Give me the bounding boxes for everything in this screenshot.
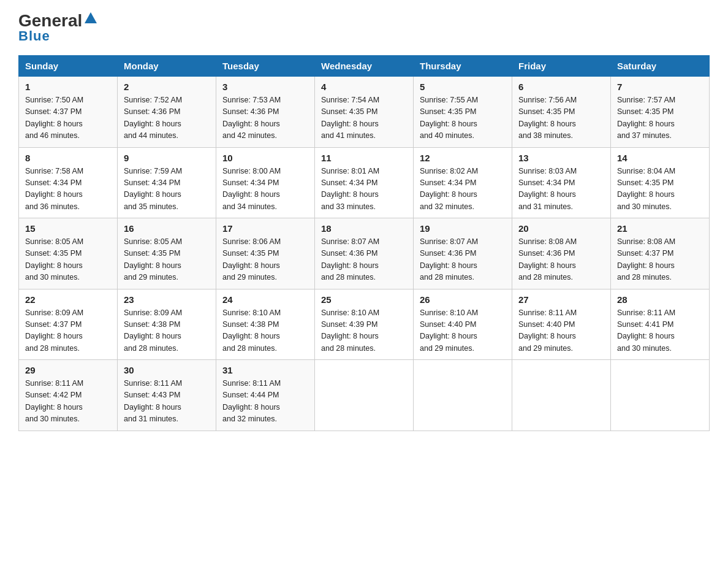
day-number: 19 bbox=[420, 223, 506, 234]
calendar-cell: 12 Sunrise: 8:02 AM Sunset: 4:34 PM Dayl… bbox=[414, 147, 512, 218]
day-info: Sunrise: 7:59 AM Sunset: 4:34 PM Dayligh… bbox=[124, 166, 210, 213]
header-monday: Monday bbox=[118, 56, 216, 77]
calendar-cell: 24 Sunrise: 8:10 AM Sunset: 4:38 PM Dayl… bbox=[216, 289, 315, 360]
calendar-cell: 27 Sunrise: 8:11 AM Sunset: 4:40 PM Dayl… bbox=[512, 289, 611, 360]
calendar-cell: 31 Sunrise: 8:11 AM Sunset: 4:44 PM Dayl… bbox=[216, 360, 315, 431]
calendar-week-row: 8 Sunrise: 7:58 AM Sunset: 4:34 PM Dayli… bbox=[19, 147, 710, 218]
day-number: 13 bbox=[518, 153, 604, 163]
logo: General Blue bbox=[18, 12, 98, 44]
day-info: Sunrise: 7:58 AM Sunset: 4:34 PM Dayligh… bbox=[25, 166, 111, 213]
calendar-cell bbox=[512, 360, 611, 431]
calendar-cell: 10 Sunrise: 8:00 AM Sunset: 4:34 PM Dayl… bbox=[216, 147, 315, 218]
day-number: 9 bbox=[124, 153, 210, 163]
day-number: 28 bbox=[617, 294, 703, 305]
day-info: Sunrise: 8:08 AM Sunset: 4:36 PM Dayligh… bbox=[518, 236, 604, 284]
header-sunday: Sunday bbox=[19, 56, 118, 77]
svg-marker-0 bbox=[85, 12, 97, 23]
calendar-cell: 28 Sunrise: 8:11 AM Sunset: 4:41 PM Dayl… bbox=[611, 289, 710, 360]
day-number: 4 bbox=[321, 82, 407, 92]
day-info: Sunrise: 8:11 AM Sunset: 4:42 PM Dayligh… bbox=[25, 378, 111, 426]
calendar-cell: 17 Sunrise: 8:06 AM Sunset: 4:35 PM Dayl… bbox=[216, 218, 315, 289]
day-info: Sunrise: 7:57 AM Sunset: 4:35 PM Dayligh… bbox=[617, 94, 703, 142]
logo-triangle-icon bbox=[83, 11, 98, 26]
calendar-header-row: SundayMondayTuesdayWednesdayThursdayFrid… bbox=[19, 56, 710, 77]
calendar-cell: 6 Sunrise: 7:56 AM Sunset: 4:35 PM Dayli… bbox=[512, 77, 611, 148]
day-number: 30 bbox=[124, 365, 210, 375]
header-saturday: Saturday bbox=[611, 56, 710, 77]
day-number: 18 bbox=[321, 223, 407, 234]
calendar-cell: 9 Sunrise: 7:59 AM Sunset: 4:34 PM Dayli… bbox=[118, 147, 216, 218]
day-number: 17 bbox=[222, 223, 308, 234]
day-info: Sunrise: 8:04 AM Sunset: 4:35 PM Dayligh… bbox=[617, 166, 703, 213]
day-number: 12 bbox=[420, 153, 506, 163]
calendar-cell: 30 Sunrise: 8:11 AM Sunset: 4:43 PM Dayl… bbox=[118, 360, 216, 431]
day-info: Sunrise: 8:11 AM Sunset: 4:40 PM Dayligh… bbox=[518, 307, 604, 355]
day-info: Sunrise: 8:11 AM Sunset: 4:41 PM Dayligh… bbox=[617, 307, 703, 355]
calendar-cell: 29 Sunrise: 8:11 AM Sunset: 4:42 PM Dayl… bbox=[19, 360, 118, 431]
calendar-cell: 3 Sunrise: 7:53 AM Sunset: 4:36 PM Dayli… bbox=[216, 77, 315, 148]
day-info: Sunrise: 7:56 AM Sunset: 4:35 PM Dayligh… bbox=[518, 94, 604, 142]
day-info: Sunrise: 8:09 AM Sunset: 4:37 PM Dayligh… bbox=[25, 307, 111, 355]
header-thursday: Thursday bbox=[414, 56, 512, 77]
day-number: 10 bbox=[222, 153, 308, 163]
calendar-cell bbox=[611, 360, 710, 431]
calendar-cell: 15 Sunrise: 8:05 AM Sunset: 4:35 PM Dayl… bbox=[19, 218, 118, 289]
calendar-cell: 25 Sunrise: 8:10 AM Sunset: 4:39 PM Dayl… bbox=[315, 289, 414, 360]
day-info: Sunrise: 8:10 AM Sunset: 4:39 PM Dayligh… bbox=[321, 307, 407, 355]
day-info: Sunrise: 8:06 AM Sunset: 4:35 PM Dayligh… bbox=[222, 236, 308, 284]
calendar-cell bbox=[414, 360, 512, 431]
day-info: Sunrise: 8:07 AM Sunset: 4:36 PM Dayligh… bbox=[321, 236, 407, 284]
day-number: 20 bbox=[518, 223, 604, 234]
day-number: 15 bbox=[25, 223, 111, 234]
calendar-cell: 8 Sunrise: 7:58 AM Sunset: 4:34 PM Dayli… bbox=[19, 147, 118, 218]
day-info: Sunrise: 8:08 AM Sunset: 4:37 PM Dayligh… bbox=[617, 236, 703, 284]
calendar-cell: 5 Sunrise: 7:55 AM Sunset: 4:35 PM Dayli… bbox=[414, 77, 512, 148]
day-info: Sunrise: 8:02 AM Sunset: 4:34 PM Dayligh… bbox=[420, 166, 506, 213]
header-wednesday: Wednesday bbox=[315, 56, 414, 77]
day-info: Sunrise: 8:10 AM Sunset: 4:38 PM Dayligh… bbox=[222, 307, 308, 355]
day-number: 16 bbox=[124, 223, 210, 234]
day-info: Sunrise: 8:00 AM Sunset: 4:34 PM Dayligh… bbox=[222, 166, 308, 213]
logo-blue: Blue bbox=[18, 28, 50, 44]
day-number: 11 bbox=[321, 153, 407, 163]
day-info: Sunrise: 8:01 AM Sunset: 4:34 PM Dayligh… bbox=[321, 166, 407, 213]
calendar-cell: 26 Sunrise: 8:10 AM Sunset: 4:40 PM Dayl… bbox=[414, 289, 512, 360]
day-number: 31 bbox=[222, 365, 308, 375]
calendar-cell: 16 Sunrise: 8:05 AM Sunset: 4:35 PM Dayl… bbox=[118, 218, 216, 289]
calendar-cell: 19 Sunrise: 8:07 AM Sunset: 4:36 PM Dayl… bbox=[414, 218, 512, 289]
header-friday: Friday bbox=[512, 56, 611, 77]
calendar-cell: 1 Sunrise: 7:50 AM Sunset: 4:37 PM Dayli… bbox=[19, 77, 118, 148]
calendar-cell: 20 Sunrise: 8:08 AM Sunset: 4:36 PM Dayl… bbox=[512, 218, 611, 289]
day-number: 1 bbox=[25, 82, 111, 92]
day-number: 2 bbox=[124, 82, 210, 92]
day-info: Sunrise: 7:54 AM Sunset: 4:35 PM Dayligh… bbox=[321, 94, 407, 142]
day-info: Sunrise: 8:07 AM Sunset: 4:36 PM Dayligh… bbox=[420, 236, 506, 284]
day-number: 24 bbox=[222, 294, 308, 305]
calendar-cell: 2 Sunrise: 7:52 AM Sunset: 4:36 PM Dayli… bbox=[118, 77, 216, 148]
day-number: 25 bbox=[321, 294, 407, 305]
calendar-cell: 4 Sunrise: 7:54 AM Sunset: 4:35 PM Dayli… bbox=[315, 77, 414, 148]
calendar-cell: 23 Sunrise: 8:09 AM Sunset: 4:38 PM Dayl… bbox=[118, 289, 216, 360]
calendar-week-row: 15 Sunrise: 8:05 AM Sunset: 4:35 PM Dayl… bbox=[19, 218, 710, 289]
day-number: 29 bbox=[25, 365, 111, 375]
page-header: General Blue bbox=[18, 12, 710, 44]
day-number: 14 bbox=[617, 153, 703, 163]
day-info: Sunrise: 8:09 AM Sunset: 4:38 PM Dayligh… bbox=[124, 307, 210, 355]
day-info: Sunrise: 8:05 AM Sunset: 4:35 PM Dayligh… bbox=[124, 236, 210, 284]
day-info: Sunrise: 7:55 AM Sunset: 4:35 PM Dayligh… bbox=[420, 94, 506, 142]
day-number: 27 bbox=[518, 294, 604, 305]
day-number: 22 bbox=[25, 294, 111, 305]
calendar-week-row: 1 Sunrise: 7:50 AM Sunset: 4:37 PM Dayli… bbox=[19, 77, 710, 148]
day-info: Sunrise: 7:50 AM Sunset: 4:37 PM Dayligh… bbox=[25, 94, 111, 142]
calendar-cell: 14 Sunrise: 8:04 AM Sunset: 4:35 PM Dayl… bbox=[611, 147, 710, 218]
day-info: Sunrise: 7:52 AM Sunset: 4:36 PM Dayligh… bbox=[124, 94, 210, 142]
day-number: 8 bbox=[25, 153, 111, 163]
day-number: 5 bbox=[420, 82, 506, 92]
calendar-cell: 22 Sunrise: 8:09 AM Sunset: 4:37 PM Dayl… bbox=[19, 289, 118, 360]
day-info: Sunrise: 7:53 AM Sunset: 4:36 PM Dayligh… bbox=[222, 94, 308, 142]
day-number: 21 bbox=[617, 223, 703, 234]
calendar-week-row: 22 Sunrise: 8:09 AM Sunset: 4:37 PM Dayl… bbox=[19, 289, 710, 360]
header-tuesday: Tuesday bbox=[216, 56, 315, 77]
calendar-cell bbox=[315, 360, 414, 431]
day-number: 7 bbox=[617, 82, 703, 92]
